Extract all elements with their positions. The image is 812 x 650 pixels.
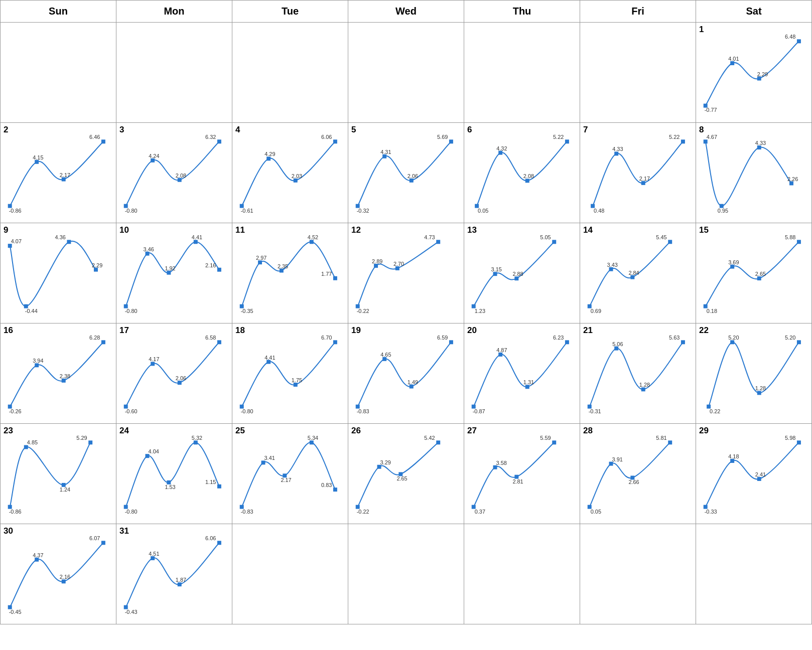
svg-rect-60 — [757, 145, 761, 149]
svg-rect-88 — [310, 240, 314, 244]
day-chart: -0.315.061.285.63 — [580, 323, 696, 423]
svg-rect-102 — [493, 272, 497, 276]
svg-rect-252 — [178, 582, 182, 586]
day-chart: -0.864.152.176.46 — [1, 123, 116, 223]
svg-text:2.08: 2.08 — [523, 173, 534, 179]
svg-text:-0.80: -0.80 — [125, 208, 138, 214]
day-number-5: 5 — [351, 125, 356, 135]
svg-text:4.37: 4.37 — [33, 552, 43, 558]
svg-text:4.04: 4.04 — [149, 448, 159, 454]
day-chart: -0.804.411.756.70 — [232, 323, 348, 423]
svg-rect-6 — [797, 39, 801, 43]
svg-text:2.06: 2.06 — [408, 173, 418, 179]
day-number-3: 3 — [119, 125, 124, 135]
svg-text:4.65: 4.65 — [380, 352, 391, 358]
svg-text:0.37: 0.37 — [475, 509, 485, 515]
svg-text:4.51: 4.51 — [149, 551, 159, 557]
day-cell-24: 24-0.804.041.535.321.15 — [116, 424, 232, 524]
svg-rect-186 — [88, 440, 92, 444]
svg-rect-84 — [258, 260, 262, 264]
header-sun: Sun — [1, 1, 116, 23]
svg-text:2.89: 2.89 — [372, 258, 382, 264]
svg-text:2.66: 2.66 — [628, 479, 639, 485]
svg-rect-168 — [641, 387, 645, 391]
day-number-26: 26 — [351, 426, 361, 436]
svg-text:-0.22: -0.22 — [357, 308, 369, 314]
svg-text:4.73: 4.73 — [424, 234, 435, 240]
svg-rect-206 — [333, 488, 337, 492]
day-chart: -0.774.012.296.48 — [696, 23, 811, 122]
day-cell-27: 270.373.582.815.59 — [464, 424, 580, 524]
svg-rect-68 — [67, 240, 71, 244]
svg-rect-70 — [94, 268, 98, 272]
svg-text:4.67: 4.67 — [707, 134, 717, 140]
day-chart: -0.334.182.415.98 — [696, 424, 811, 524]
day-cell-9: 94.07-0.444.362.29 — [1, 223, 116, 323]
svg-rect-190 — [146, 454, 150, 458]
day-number-15: 15 — [699, 225, 709, 235]
day-chart: 0.054.322.085.22 — [464, 123, 580, 223]
day-number-17: 17 — [119, 326, 129, 336]
day-cell-22: 220.225.201.285.20 — [696, 323, 812, 424]
svg-text:5.06: 5.06 — [612, 341, 623, 347]
svg-text:6.59: 6.59 — [437, 335, 448, 341]
svg-text:6.06: 6.06 — [321, 134, 332, 140]
day-cell-empty — [232, 23, 348, 123]
svg-rect-176 — [757, 391, 761, 395]
svg-text:2.29: 2.29 — [757, 71, 768, 77]
svg-text:4.07: 4.07 — [11, 238, 22, 244]
svg-rect-178 — [797, 340, 801, 344]
svg-rect-62 — [789, 182, 793, 186]
day-cell-16: 16-0.263.942.386.28 — [1, 323, 116, 424]
day-number-28: 28 — [583, 426, 593, 436]
svg-rect-242 — [35, 558, 39, 562]
svg-text:2.08: 2.08 — [176, 173, 186, 179]
svg-rect-80 — [217, 268, 221, 272]
svg-text:1.24: 1.24 — [60, 486, 70, 493]
day-cell-empty — [348, 23, 464, 123]
svg-text:5.22: 5.22 — [553, 134, 564, 140]
svg-rect-138 — [217, 340, 221, 344]
svg-rect-98 — [436, 240, 440, 244]
day-cell-8: 84.670.954.332.26 — [696, 123, 812, 223]
svg-text:-0.35: -0.35 — [241, 308, 253, 314]
svg-text:2.81: 2.81 — [512, 478, 523, 484]
svg-text:2.16: 2.16 — [60, 574, 70, 580]
day-chart: -0.223.292.655.42 — [348, 424, 464, 524]
svg-text:-0.43: -0.43 — [125, 609, 138, 615]
svg-rect-96 — [395, 266, 399, 270]
svg-rect-128 — [62, 379, 66, 383]
svg-rect-50 — [614, 151, 618, 155]
day-cell-31: 31-0.434.511.876.06 — [116, 524, 232, 624]
svg-rect-26 — [266, 156, 270, 160]
svg-text:5.59: 5.59 — [540, 435, 551, 441]
svg-text:1.49: 1.49 — [408, 379, 418, 385]
svg-rect-234 — [730, 459, 734, 463]
day-chart: -0.804.041.535.321.15 — [116, 424, 232, 524]
svg-text:2.06: 2.06 — [176, 375, 186, 381]
svg-text:4.01: 4.01 — [728, 56, 739, 62]
svg-rect-46 — [565, 139, 569, 143]
svg-rect-28 — [294, 179, 298, 183]
svg-rect-22 — [217, 139, 221, 143]
svg-text:-0.86: -0.86 — [9, 509, 22, 515]
day-cell-7: 70.484.332.175.22 — [580, 123, 696, 223]
svg-text:4.33: 4.33 — [612, 146, 623, 152]
svg-text:1.28: 1.28 — [639, 382, 650, 388]
svg-text:4.41: 4.41 — [264, 355, 275, 361]
svg-text:1.92: 1.92 — [165, 265, 175, 271]
svg-text:6.32: 6.32 — [205, 134, 216, 140]
svg-rect-174 — [730, 340, 734, 344]
svg-text:-0.61: -0.61 — [241, 208, 253, 214]
svg-rect-154 — [449, 340, 453, 344]
svg-text:-0.77: -0.77 — [705, 107, 717, 113]
svg-text:0.05: 0.05 — [591, 509, 601, 515]
svg-text:4.18: 4.18 — [728, 453, 739, 459]
svg-rect-114 — [668, 240, 672, 244]
svg-rect-36 — [410, 179, 414, 183]
day-number-16: 16 — [4, 326, 13, 336]
day-number-18: 18 — [235, 326, 245, 336]
svg-rect-244 — [62, 579, 66, 583]
header-thu: Thu — [464, 1, 580, 23]
header-sat: Sat — [696, 1, 812, 23]
